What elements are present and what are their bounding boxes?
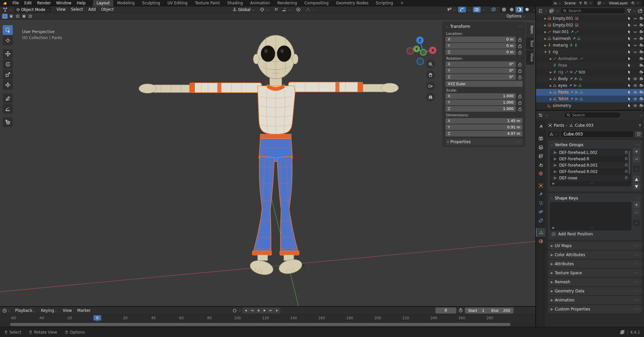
- pan-button[interactable]: [426, 70, 435, 79]
- empty-image-icon[interactable]: [547, 16, 551, 20]
- chevron-down-icon[interactable]: [545, 113, 548, 117]
- eye-closed-icon[interactable]: [633, 23, 637, 27]
- vertex-group-row[interactable]: DEF-forehead.R: [550, 156, 631, 162]
- select-mode-subtract[interactable]: [15, 14, 20, 19]
- camera-visibility-icon[interactable]: [639, 63, 643, 67]
- pose-icon[interactable]: [553, 63, 557, 67]
- empty-axes-icon[interactable]: [547, 104, 551, 108]
- playhead[interactable]: 0: [94, 315, 101, 321]
- lock-icon[interactable]: [517, 37, 523, 42]
- selectable-icon[interactable]: [627, 57, 631, 61]
- selectable-icon[interactable]: [627, 83, 631, 88]
- chevron-down-icon[interactable]: [633, 9, 636, 12]
- eye-closed-icon[interactable]: [633, 30, 637, 34]
- duplicate-icon[interactable]: [584, 1, 588, 5]
- selectable-icon[interactable]: [627, 16, 631, 20]
- outliner-item-label[interactable]: Pose: [558, 63, 567, 68]
- action-icon[interactable]: [553, 57, 557, 61]
- transform-field[interactable]: Z0°: [445, 74, 516, 80]
- selectable-icon[interactable]: [627, 90, 631, 94]
- viewport-menu-add[interactable]: Add: [86, 6, 98, 13]
- viewport-menu-select[interactable]: Select: [68, 6, 86, 13]
- expander-icon[interactable]: ▶: [549, 98, 553, 101]
- workspace-tab-geometry-nodes[interactable]: Geometry Nodes: [332, 0, 372, 6]
- tool-cursor[interactable]: [3, 36, 13, 45]
- chevron-down-icon[interactable]: [602, 1, 606, 5]
- lock-icon[interactable]: [517, 50, 523, 55]
- transform-panel-header[interactable]: Transform ∷∷: [445, 23, 523, 30]
- properties-tab-object[interactable]: [536, 181, 545, 190]
- object-type-visibility-dropdown[interactable]: [445, 7, 458, 12]
- expander-icon[interactable]: ▶: [549, 84, 553, 87]
- blender-logo-icon[interactable]: [3, 1, 8, 6]
- eye-open-icon[interactable]: [633, 97, 637, 101]
- camera-visibility-icon[interactable]: [639, 50, 643, 54]
- viewlayer-selector[interactable]: ViewLayer: [596, 0, 641, 6]
- lock-open-icon[interactable]: [624, 156, 628, 160]
- menu-window[interactable]: Window: [53, 0, 74, 6]
- jump-to-end-button[interactable]: [274, 307, 280, 314]
- expander-icon[interactable]: ▶: [543, 17, 547, 20]
- camera-visibility-icon[interactable]: [639, 83, 643, 88]
- transform-field[interactable]: Y0 m: [445, 43, 516, 49]
- outliner-row-pose[interactable]: Pose: [536, 62, 644, 69]
- eye-open-icon[interactable]: [633, 104, 637, 108]
- outliner-item-label[interactable]: simmetry: [553, 103, 571, 108]
- menu-help[interactable]: Help: [74, 0, 88, 6]
- properties-tab-constraints[interactable]: [536, 216, 545, 225]
- tool-select-box[interactable]: [3, 25, 13, 35]
- move-group-up-button[interactable]: ▲: [633, 176, 640, 182]
- axis-gizmo[interactable]: Z Y X: [406, 30, 443, 66]
- shading-rendered-button[interactable]: [523, 7, 531, 12]
- selectable-icon[interactable]: [627, 30, 631, 34]
- panel-grip[interactable]: ∷∷: [516, 140, 521, 144]
- panel-texture-space[interactable]: ▶Texture Space∷∷: [548, 269, 642, 277]
- selectable-icon[interactable]: [627, 104, 631, 108]
- chevron-down-icon[interactable]: [544, 9, 548, 12]
- properties-tab-render[interactable]: [536, 134, 545, 143]
- timeline-menu-view[interactable]: View: [60, 307, 74, 314]
- panel-attributes[interactable]: ▶Attributes∷∷: [548, 260, 642, 268]
- workspace-tab-rendering[interactable]: Rendering: [274, 0, 301, 6]
- mesh-icon[interactable]: [553, 83, 557, 88]
- gizmos-dropdown[interactable]: [466, 7, 472, 12]
- panel-grip[interactable]: ∷∷: [636, 143, 640, 147]
- zoom-button[interactable]: [426, 60, 435, 69]
- shading-solid-button[interactable]: [508, 7, 516, 12]
- workspace-tab-shading[interactable]: Shading: [223, 0, 247, 6]
- vertex-group-row[interactable]: DEF-forehead.R.002: [550, 168, 631, 175]
- transform-field[interactable]: Z0 m: [445, 49, 516, 55]
- transform-field[interactable]: X0 m: [445, 37, 516, 42]
- tool-measure[interactable]: [3, 104, 13, 114]
- camera-visibility-icon[interactable]: [639, 30, 643, 34]
- expander-icon[interactable]: ▶: [543, 24, 547, 27]
- lock-icon[interactable]: [517, 43, 523, 49]
- workspace-tab-compositing[interactable]: Compositing: [301, 0, 332, 6]
- lock-open-icon[interactable]: [624, 175, 628, 179]
- fake-user-shield-button[interactable]: [635, 131, 642, 137]
- lock-open-icon[interactable]: [624, 169, 628, 173]
- shading-wireframe-button[interactable]: [500, 7, 508, 12]
- previous-keyframe-button[interactable]: [249, 307, 255, 314]
- outliner-editor-icon[interactable]: [538, 8, 543, 13]
- lock-open-icon[interactable]: [624, 150, 628, 154]
- properties-search-input[interactable]: Search: [564, 112, 621, 118]
- next-keyframe-button[interactable]: [268, 307, 274, 314]
- menu-edit[interactable]: Edit: [21, 0, 34, 6]
- tool-move[interactable]: [3, 49, 13, 59]
- properties-tab-tool[interactable]: [536, 122, 545, 131]
- panel-animation[interactable]: ▶Animation∷∷: [548, 296, 642, 304]
- outliner-row-hair-001[interactable]: ▶Hair.001: [536, 29, 644, 35]
- selectable-icon[interactable]: [627, 97, 631, 101]
- viewport-menu-object[interactable]: Object: [99, 6, 116, 13]
- tool-transform[interactable]: [3, 80, 13, 90]
- transform-field[interactable]: Z4.97 m: [445, 131, 523, 136]
- panel-grip[interactable]: ∷∷: [635, 262, 639, 266]
- curve-icon[interactable]: [547, 30, 551, 34]
- pivot-point-dropdown[interactable]: [258, 7, 270, 12]
- outliner-row-eyes[interactable]: ▶eyes: [536, 82, 644, 89]
- eye-open-icon[interactable]: [633, 90, 637, 94]
- outliner-item-label[interactable]: rig: [553, 50, 558, 54]
- outliner-item-label[interactable]: metarig: [553, 43, 568, 48]
- transform-field[interactable]: Y1.000: [445, 100, 516, 105]
